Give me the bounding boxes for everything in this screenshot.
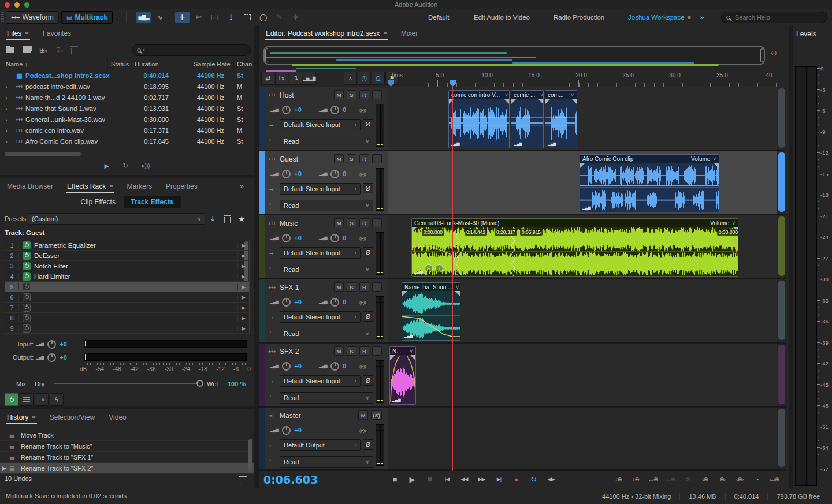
- track-r-button[interactable]: R: [359, 282, 369, 292]
- clip-header[interactable]: Afro Comic Con clipVolume∨: [580, 155, 719, 163]
- expand-chevron-icon[interactable]: ›: [0, 106, 13, 112]
- fade-out-handle-icon[interactable]: [504, 99, 509, 104]
- track-i-button[interactable]: I: [372, 90, 382, 99]
- open-file-icon[interactable]: [6, 47, 14, 53]
- effect-power-toggle[interactable]: [19, 283, 34, 291]
- track-scroll-strip[interactable]: [778, 281, 785, 340]
- history-item[interactable]: ▤Rename Track to "Music": [0, 441, 254, 452]
- waveform-view-button[interactable]: +++ Waveform: [6, 11, 59, 24]
- column-sample-rate[interactable]: Sample Rate: [194, 61, 231, 68]
- track-volume-knob[interactable]: [282, 362, 291, 371]
- effect-slot[interactable]: 4Hard Limiter▶: [5, 271, 249, 282]
- workspace-tab-radio-production[interactable]: Radio Production: [554, 9, 604, 25]
- tab-files[interactable]: Files ≡: [0, 25, 36, 42]
- fade-in-handle-icon[interactable]: [402, 291, 407, 296]
- play-button[interactable]: ▶: [406, 473, 419, 486]
- audio-clip[interactable]: comic con intro V...∨▂▄▆: [448, 90, 510, 148]
- clip-effects-tab[interactable]: Clip Effects: [73, 196, 122, 208]
- track-io-select[interactable]: Default Stereo Input›: [280, 311, 361, 323]
- file-row[interactable]: ▦Podcast...shop intro2.sesx0:40.01444100…: [0, 70, 254, 81]
- track-r-button[interactable]: R: [359, 346, 369, 356]
- track-lane[interactable]: Afro Comic Con clipVolume∨▂▄▆: [388, 151, 777, 214]
- track-volume-value[interactable]: +0: [294, 170, 302, 177]
- expand-chevron-icon[interactable]: ›: [0, 95, 13, 101]
- panel-menu-icon[interactable]: ≡: [383, 30, 387, 37]
- snap-magnet-button[interactable]: Ω: [372, 72, 385, 85]
- phase-toggle-button[interactable]: Ø: [363, 119, 373, 129]
- history-item[interactable]: ▤Move Track: [0, 430, 254, 441]
- loop-playback-button[interactable]: ↻: [527, 473, 540, 486]
- pre-render-button[interactable]: ⇥: [35, 393, 49, 406]
- clip-menu-chevron-icon[interactable]: ∨: [570, 92, 574, 98]
- track-pan-value[interactable]: 0: [343, 170, 346, 177]
- clip-header[interactable]: com...∨: [545, 91, 577, 99]
- expand-chevron-icon[interactable]: ›: [0, 84, 13, 90]
- track-volume-knob[interactable]: [282, 426, 291, 435]
- audio-clip[interactable]: Afro Comic Con clipVolume∨▂▄▆: [580, 154, 719, 212]
- clip-menu-chevron-icon[interactable]: ∨: [456, 284, 460, 290]
- column-name[interactable]: Name ↓: [6, 61, 28, 68]
- track-pan-knob[interactable]: [330, 234, 339, 242]
- timeline-navigator[interactable]: [263, 46, 765, 65]
- track-pan-knob[interactable]: [330, 170, 339, 178]
- clip-header[interactable]: N...∨: [390, 347, 415, 355]
- import-file-icon[interactable]: [23, 47, 31, 53]
- effect-options-arrow[interactable]: ▶: [237, 253, 249, 259]
- mix-value[interactable]: 100 %: [228, 380, 246, 387]
- track-io-select[interactable]: Default Output›: [280, 439, 361, 451]
- track-m-button[interactable]: M: [334, 218, 344, 227]
- file-row[interactable]: ›+++comic con intro.wav0:17.37144100 HzM: [0, 125, 254, 136]
- effect-power-toggle[interactable]: [19, 293, 34, 301]
- automation-mode-select[interactable]: Read∨: [280, 200, 373, 211]
- go-to-start-button[interactable]: |◀: [440, 473, 454, 486]
- effect-options-arrow[interactable]: ▶: [237, 315, 249, 321]
- track-volume-knob[interactable]: [282, 170, 291, 178]
- timeline-ruler[interactable]: hms 5.010.015.020.025.030.035.040: [388, 70, 777, 87]
- snap-time-button[interactable]: ◷: [358, 72, 371, 85]
- track-pan-knob[interactable]: [330, 106, 339, 114]
- expand-chevron-icon[interactable]: ›: [0, 117, 13, 123]
- monitor-input-icon[interactable]: ((•)): [359, 107, 366, 113]
- track-header[interactable]: ⇥MasterM(S)▂▄▆+0((•))←Default Output›Ø›R…: [265, 408, 388, 469]
- track-lane[interactable]: Name that Soun...∨▂▄▆: [388, 279, 777, 342]
- history-scrollbar[interactable]: [248, 439, 252, 472]
- tab-mixer[interactable]: Mixer: [394, 25, 425, 42]
- input-gain-value[interactable]: +0: [60, 341, 67, 348]
- track-name[interactable]: Host: [280, 91, 294, 99]
- process-button[interactable]: ϟ: [50, 393, 64, 406]
- track-lane[interactable]: [388, 408, 777, 469]
- column-channels[interactable]: Chan: [237, 61, 252, 68]
- track-m-button[interactable]: M: [358, 410, 368, 420]
- track-color-strip[interactable]: [259, 279, 265, 342]
- lasso-selection-tool[interactable]: ◯: [256, 12, 270, 23]
- input-gain-knob[interactable]: [47, 340, 56, 349]
- output-gain-value[interactable]: +0: [60, 354, 67, 361]
- track-name[interactable]: SFX 2: [280, 348, 299, 356]
- preset-select[interactable]: (Custom) ∨: [28, 213, 205, 225]
- rack-power-button[interactable]: [5, 393, 18, 406]
- rewind-button[interactable]: ◀◀: [458, 473, 471, 486]
- track-color-strip[interactable]: [259, 215, 265, 278]
- effect-options-arrow[interactable]: ▶: [237, 274, 249, 279]
- clip-gain-icon[interactable]: ▂▄▆: [548, 141, 556, 146]
- clip-menu-chevron-icon[interactable]: ∨: [504, 92, 508, 98]
- phase-toggle-button[interactable]: Ø: [363, 183, 373, 193]
- track-header[interactable]: +++SFX 1MSRI▂▄▆+0▂▄▆0((•))→Default Stere…: [265, 279, 388, 342]
- track-volume-value[interactable]: +0: [294, 363, 302, 369]
- expand-chevron-icon[interactable]: ›: [0, 128, 13, 134]
- track-io-select[interactable]: Default Stereo Input›: [280, 183, 361, 195]
- file-row[interactable]: ›+++podcast intro-edit.wav0:18.99544100 …: [0, 81, 254, 92]
- workspace-overflow[interactable]: »: [700, 9, 704, 25]
- fade-out-handle-icon[interactable]: [714, 163, 719, 168]
- monitor-input-icon[interactable]: ((•)): [359, 428, 366, 433]
- effect-slot[interactable]: 6▶: [5, 292, 249, 303]
- fade-out-handle-icon[interactable]: [571, 99, 577, 104]
- effect-power-toggle[interactable]: [19, 272, 34, 281]
- file-row[interactable]: ›+++Name th...d 2 44100 1.wav0:02.717441…: [0, 92, 254, 103]
- effect-slot[interactable]: 3Notch Filter▶: [5, 261, 249, 271]
- navigator-right-handle[interactable]: [760, 48, 763, 62]
- search-help-input[interactable]: [734, 13, 815, 21]
- panel-menu-icon[interactable]: ≡: [25, 30, 28, 37]
- stop-button[interactable]: ■: [388, 473, 402, 486]
- effect-options-arrow[interactable]: ▶: [237, 263, 249, 269]
